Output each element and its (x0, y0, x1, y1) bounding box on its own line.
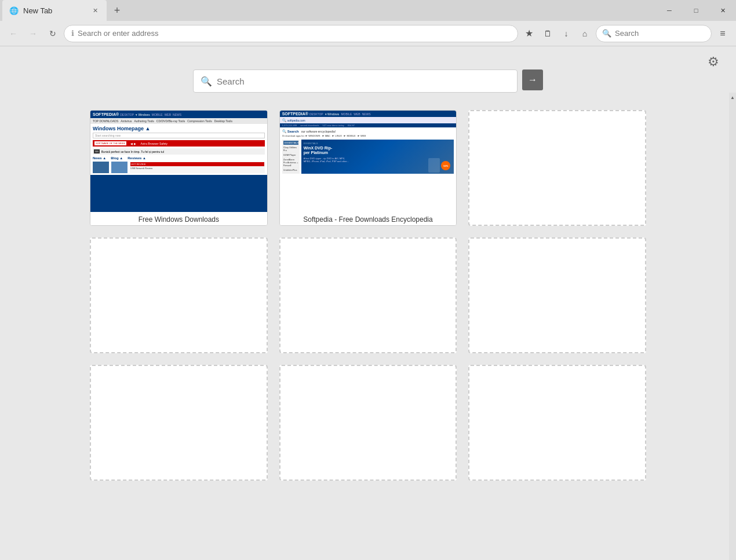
speed-dial-label-2: Softpedia - Free Downloads Encyclopedia (280, 212, 457, 226)
home-icon: ⌂ (582, 29, 587, 38)
back-icon: ← (9, 29, 17, 38)
refresh-icon: ↻ (49, 29, 56, 38)
settings-button[interactable]: ⚙ (705, 53, 722, 71)
minimize-button[interactable]: ─ (656, 0, 683, 21)
address-bar[interactable]: ℹ (64, 25, 518, 42)
nav-search-input[interactable] (615, 29, 702, 38)
tab-label: New Tab (23, 6, 52, 15)
speed-dial-item-9[interactable] (468, 365, 646, 481)
history-button[interactable]: 🗒 (539, 25, 556, 42)
speed-dial-grid: SOFTPEDIA® DESKTOP ▾ Windows MOBILE WEB … (90, 110, 646, 481)
scrollbar-right[interactable]: ▲ ▼ (729, 93, 736, 560)
active-tab[interactable]: 🌐 New Tab ✕ (2, 0, 107, 21)
new-tab-button[interactable]: + (109, 2, 125, 19)
nav-bar: ← → ↻ ℹ ★ 🗒 ↓ ⌂ 🔍 ≡ (0, 21, 736, 46)
back-button[interactable]: ← (5, 25, 22, 42)
close-button[interactable]: ✕ (709, 0, 736, 21)
tab-favicon: 🌐 (9, 6, 19, 15)
home-button[interactable]: ⌂ (576, 25, 593, 42)
bookmark-icon: ★ (525, 28, 533, 39)
refresh-button[interactable]: ↻ (44, 25, 61, 42)
speed-dial-thumbnail-2: SOFTPEDIA® DESKTOP ▾ Windows MOBILE WEB … (280, 111, 457, 212)
search-icon: 🔍 (602, 29, 611, 38)
arrow-right-icon: → (528, 75, 537, 85)
download-icon: ↓ (564, 29, 569, 38)
speed-dial-item-3[interactable] (468, 110, 646, 226)
history-icon: 🗒 (544, 29, 552, 38)
speed-dial-item-8[interactable] (279, 365, 457, 481)
search-go-button[interactable]: → (522, 69, 543, 90)
search-container: 🔍 → (12, 69, 724, 93)
window-controls: ─ □ ✕ (656, 0, 736, 21)
speed-dial-item-5[interactable] (279, 237, 457, 353)
forward-button[interactable]: → (24, 25, 42, 42)
speed-dial-label-1: Free Windows Downloads (90, 212, 267, 226)
title-bar: 🌐 New Tab ✕ + ─ □ ✕ (0, 0, 736, 21)
download-button[interactable]: ↓ (558, 25, 575, 42)
nav-icons: ★ 🗒 ↓ ⌂ (520, 25, 593, 42)
speed-dial-item-6[interactable] (468, 237, 646, 353)
menu-icon: ≡ (720, 28, 725, 39)
speed-dial-thumbnail-1: SOFTPEDIA® DESKTOP ▾ Windows MOBILE WEB … (90, 111, 267, 212)
speed-dial-item-4[interactable] (90, 237, 268, 353)
address-input[interactable] (78, 29, 511, 38)
info-icon: ℹ (71, 29, 74, 38)
search-magnifier-icon: 🔍 (201, 76, 212, 87)
speed-dial-item-2[interactable]: SOFTPEDIA® DESKTOP ▾ Windows MOBILE WEB … (279, 110, 457, 226)
bookmark-button[interactable]: ★ (520, 25, 538, 42)
nav-search-bar[interactable]: 🔍 (596, 25, 712, 42)
main-search-input[interactable] (217, 76, 510, 86)
tab-close-button[interactable]: ✕ (90, 6, 100, 15)
forward-icon: → (29, 29, 37, 38)
speed-dial-item-1[interactable]: SOFTPEDIA® DESKTOP ▾ Windows MOBILE WEB … (90, 110, 268, 226)
scroll-up-arrow[interactable]: ▲ (729, 93, 736, 102)
sp1-logo: SOFTPEDIA® (93, 112, 119, 116)
main-content: ⚙ 🔍 → SOFTPEDIA® DESKTOP ▾ Windows (0, 46, 736, 560)
main-search-box[interactable]: 🔍 (193, 69, 518, 93)
gear-icon: ⚙ (708, 54, 719, 69)
maximize-button[interactable]: □ (683, 0, 709, 21)
menu-button[interactable]: ≡ (714, 25, 731, 42)
speed-dial-item-7[interactable] (90, 365, 268, 481)
